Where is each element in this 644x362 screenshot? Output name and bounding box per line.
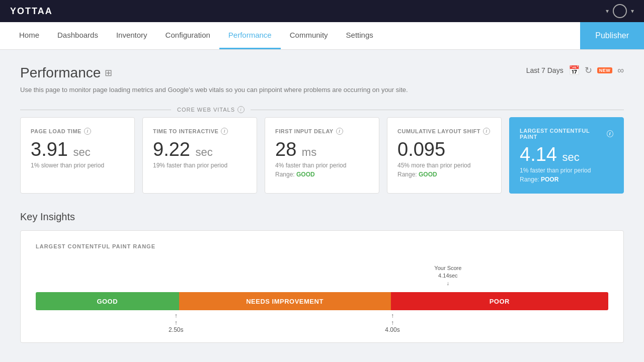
metric-change-tti: 19% faster than prior period <box>153 162 247 169</box>
metric-change-fid: 4% faster than prior period <box>275 162 369 169</box>
range-markers: ↑ 2.50s ↑ 4.00s <box>36 312 608 327</box>
nav-items: Home Dashboards Inventory Configuration … <box>0 22 580 49</box>
score-label: Your Score <box>434 265 461 271</box>
page-title: Performance ⊞ <box>20 65 112 81</box>
page-header: Performance ⊞ Last 7 Days 📅 ↻ NEW ∞ <box>20 65 624 81</box>
nav-item-inventory[interactable]: Inventory <box>107 22 156 49</box>
section-line-left <box>20 110 171 110</box>
metric-change-page-load-time: 1% slower than prior period <box>31 162 124 169</box>
metric-label-time-to-interactive: TIME TO INTERACTIVE i <box>153 128 247 135</box>
score-value: 4.14sec <box>438 273 458 279</box>
metric-label-fid: FIRST INPUT DELAY i <box>275 128 369 135</box>
publisher-button[interactable]: Publisher <box>580 22 644 49</box>
section-header: CORE WEB VITALS i <box>20 106 624 113</box>
avatar[interactable] <box>613 4 627 18</box>
metric-value-tti: 9.22 sec <box>153 140 247 159</box>
metric-value-fid: 28 ms <box>275 140 369 159</box>
metric-card-lcp: LARGEST CONTENTFUL PAINT i 4.14 sec 1% f… <box>509 117 624 194</box>
insights-title: Key Insights <box>20 211 624 223</box>
range-segment-good: GOOD <box>36 292 179 310</box>
marker-up-arrow-2: ↑ <box>391 319 394 326</box>
fid-info-icon[interactable]: i <box>336 128 343 135</box>
nav-item-configuration[interactable]: Configuration <box>156 22 219 49</box>
metric-card-time-to-interactive: TIME TO INTERACTIVE i 9.22 sec 19% faste… <box>142 117 257 194</box>
page-subtitle: Use this page to monitor page loading me… <box>20 86 624 94</box>
infinity-icon[interactable]: ∞ <box>617 65 624 76</box>
marker-2-5s: ↑ 2.50s <box>169 312 183 333</box>
range-bar-wrapper: Your Score 4.14sec ↓ GOOD NEEDS IMPROVEM… <box>36 264 608 327</box>
score-pointer: Your Score 4.14sec ↓ <box>434 264 461 286</box>
main-nav: Home Dashboards Inventory Configuration … <box>0 22 644 50</box>
avatar-chevron-icon[interactable]: ▾ <box>631 8 634 15</box>
metric-label-lcp: LARGEST CONTENTFUL PAINT i <box>520 128 613 140</box>
insights-section: Key Insights LARGEST CONTENTFUL PAINT RA… <box>20 211 624 343</box>
nav-item-community[interactable]: Community <box>281 22 337 49</box>
nav-item-dashboards[interactable]: Dashboards <box>48 22 107 49</box>
marker-4s: ↑ 4.00s <box>385 312 399 333</box>
metric-card-first-input-delay: FIRST INPUT DELAY i 28 ms 4% faster than… <box>265 117 379 194</box>
logo: YOTTAA <box>10 6 53 17</box>
insights-card-label: LARGEST CONTENTFUL PAINT RANGE <box>36 243 608 249</box>
tti-info-icon[interactable]: i <box>221 128 228 135</box>
metric-range-fid: Range: GOOD <box>275 171 369 178</box>
cls-info-icon[interactable]: i <box>483 128 490 135</box>
range-segment-needs: NEEDS IMPROVEMENT <box>179 292 391 310</box>
metric-range-cls: Range: GOOD <box>397 171 491 178</box>
metric-value-page-load-time: 3.91 sec <box>31 140 124 159</box>
metric-range-lcp: Range: POOR <box>520 176 613 183</box>
range-segment-poor: POOR <box>391 292 608 310</box>
metric-label-page-load-time: PAGE LOAD TIME i <box>31 128 124 135</box>
date-range-label: Last 7 Days <box>526 66 564 74</box>
metric-change-lcp: 1% faster than prior period <box>520 167 613 174</box>
marker-label-2-5s: 2.50s <box>169 326 183 333</box>
section-line-right <box>251 110 624 110</box>
nav-item-home[interactable]: Home <box>10 22 48 49</box>
metrics-row: PAGE LOAD TIME i 3.91 sec 1% slower than… <box>20 117 624 194</box>
metric-card-cls: CUMULATIVE LAYOUT SHIFT i 0.095 45% more… <box>387 117 502 194</box>
core-vitals-label: CORE WEB VITALS i <box>171 106 251 113</box>
nav-item-performance[interactable]: Performance <box>219 22 281 49</box>
main-content: Performance ⊞ Last 7 Days 📅 ↻ NEW ∞ Use … <box>0 50 644 358</box>
date-controls: Last 7 Days 📅 ↻ NEW ∞ <box>526 65 624 76</box>
core-vitals-info-icon[interactable]: i <box>237 106 245 113</box>
metric-value-cls: 0.095 <box>397 140 491 159</box>
refresh-icon[interactable]: ↻ <box>585 65 592 76</box>
metric-value-lcp: 4.14 sec <box>520 145 613 164</box>
metric-label-cls: CUMULATIVE LAYOUT SHIFT i <box>397 128 491 135</box>
metric-card-page-load-time: PAGE LOAD TIME i 3.91 sec 1% slower than… <box>20 117 135 194</box>
lcp-info-icon[interactable]: i <box>607 130 613 137</box>
page-title-icon: ⊞ <box>105 67 112 78</box>
page-title-group: Performance ⊞ <box>20 65 112 81</box>
nav-item-settings[interactable]: Settings <box>337 22 382 49</box>
new-badge: NEW <box>597 67 613 73</box>
marker-up-arrow-1: ↑ <box>175 319 178 326</box>
calendar-icon[interactable]: 📅 <box>569 65 580 76</box>
metric-change-cls: 45% more than prior period <box>397 162 491 169</box>
score-down-arrow-icon: ↓ <box>434 280 461 286</box>
range-bar: GOOD NEEDS IMPROVEMENT POOR <box>36 292 608 310</box>
marker-label-4s: 4.00s <box>385 326 399 333</box>
page-load-info-icon[interactable]: i <box>84 128 91 135</box>
topbar: YOTTAA ▾ ▾ <box>0 0 644 22</box>
insights-card: LARGEST CONTENTFUL PAINT RANGE Your Scor… <box>20 230 624 343</box>
topbar-right: ▾ ▾ <box>606 4 634 18</box>
dropdown-chevron-icon[interactable]: ▾ <box>606 8 609 15</box>
